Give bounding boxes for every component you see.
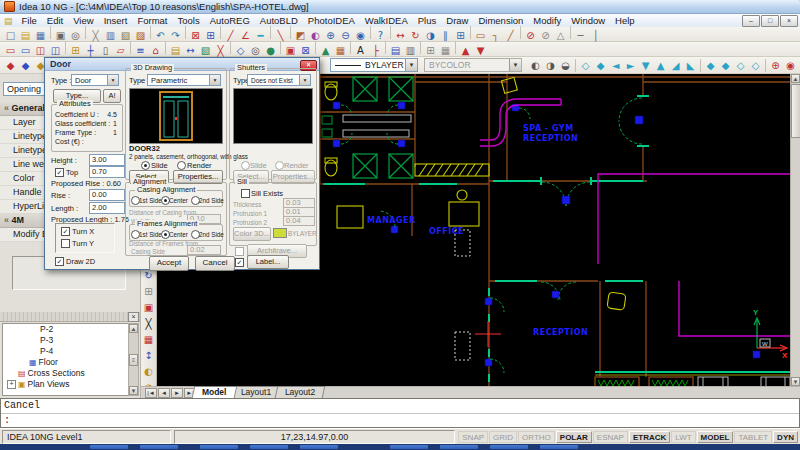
drawing3d-type-select[interactable]: Parametric▼ bbox=[147, 74, 221, 86]
move-entity-icon[interactable]: ↔ bbox=[183, 43, 198, 58]
fillet-icon[interactable]: ┐ bbox=[488, 28, 503, 43]
arrow-up-icon[interactable]: ▲ bbox=[458, 43, 473, 58]
minimize-button[interactable]: – bbox=[742, 15, 760, 27]
library-icon[interactable]: ▣ bbox=[283, 43, 298, 58]
wall-tool-icon[interactable]: ▭ bbox=[3, 43, 18, 58]
modify-entity-icon[interactable]: ▧ bbox=[198, 43, 213, 58]
triangle-tool-icon[interactable]: △ bbox=[553, 28, 568, 43]
door-tool-icon[interactable]: ◫ bbox=[48, 43, 63, 58]
furniture-tool-icon[interactable]: ▦ bbox=[333, 43, 348, 58]
tree-scrollbar[interactable]: ▲ ≡ ▼ bbox=[128, 323, 139, 396]
color-select[interactable]: BYCOLOR▼ bbox=[424, 58, 522, 72]
shutters-type-select[interactable]: Does not Exist▼ bbox=[247, 74, 311, 86]
tab-model[interactable]: Model bbox=[192, 386, 237, 398]
wall-double-icon[interactable]: ▭ bbox=[18, 43, 33, 58]
sill-exists-checkbox[interactable] bbox=[241, 189, 250, 198]
no-entry-a-icon[interactable]: ⊘ bbox=[523, 28, 538, 43]
close-button[interactable]: × bbox=[780, 15, 798, 27]
top-checkbox[interactable] bbox=[55, 168, 64, 177]
column-tool-icon[interactable]: ▯ bbox=[98, 43, 113, 58]
side-tools-icon[interactable]: ▣ bbox=[141, 300, 156, 315]
side-scale-icon[interactable]: ⊞ bbox=[141, 284, 156, 299]
linetype-select[interactable]: BYLAYER▼ bbox=[330, 58, 418, 72]
sun-study-icon[interactable]: ◐ bbox=[528, 58, 543, 73]
cancel-button[interactable]: Cancel bbox=[195, 256, 235, 271]
tab-scroll-icon-1[interactable]: ◄ bbox=[158, 388, 170, 398]
restore-button[interactable]: □ bbox=[761, 15, 779, 27]
properties-tool-icon[interactable]: ▥ bbox=[403, 43, 418, 58]
expander-icon[interactable]: + bbox=[7, 380, 16, 389]
no-entry-b-icon[interactable]: ⊘ bbox=[538, 28, 553, 43]
view-top-icon[interactable]: ◇ bbox=[578, 58, 593, 73]
roof-tool-icon[interactable]: ⌂ bbox=[148, 43, 163, 58]
door-type-select[interactable]: Door▼ bbox=[71, 74, 119, 86]
side-levels-icon[interactable]: ↕ bbox=[141, 348, 156, 363]
side-hatch-icon[interactable]: ▦ bbox=[141, 332, 156, 347]
side-sphere-a-icon[interactable]: ◐ bbox=[141, 364, 156, 379]
tab-layout2[interactable]: Layout2 bbox=[275, 386, 326, 398]
plant-tool-icon[interactable]: ▲ bbox=[318, 43, 333, 58]
tree-item-p-4[interactable]: P-4 bbox=[3, 346, 128, 357]
roof-red-icon[interactable]: ◆ bbox=[3, 58, 18, 73]
status-toggle-grid[interactable]: GRID bbox=[489, 431, 517, 443]
dimension-style-icon[interactable]: ├ bbox=[368, 43, 383, 58]
slab-tool-icon[interactable]: ▱ bbox=[113, 43, 128, 58]
vscroll-thumb[interactable] bbox=[791, 84, 800, 138]
view-left-icon[interactable]: ◄ bbox=[608, 58, 623, 73]
scroll-up-icon[interactable]: ▲ bbox=[129, 324, 138, 333]
view-right-icon[interactable]: ► bbox=[623, 58, 638, 73]
orbit-free-icon[interactable]: ◆ bbox=[703, 58, 718, 73]
command-line-panel[interactable]: Cancel : bbox=[0, 398, 800, 428]
top-field[interactable]: 0.70 bbox=[89, 166, 125, 178]
status-toggle-esnap[interactable]: ESNAP bbox=[593, 431, 628, 443]
length-field[interactable]: 2.00 bbox=[89, 202, 125, 214]
layer-manager-icon[interactable]: ▤ bbox=[388, 43, 403, 58]
axis-tool-icon[interactable]: ┼ bbox=[83, 43, 98, 58]
status-toggle-model[interactable]: MODEL bbox=[697, 431, 734, 443]
view-sw-iso-icon[interactable]: ◢ bbox=[668, 58, 683, 73]
zoom-window2-icon[interactable]: ⊕ bbox=[768, 58, 783, 73]
view-se-iso-icon[interactable]: ◣ bbox=[683, 58, 698, 73]
tree-close-icon[interactable]: × bbox=[128, 312, 139, 322]
orbit-y-icon[interactable]: ◇ bbox=[733, 58, 748, 73]
view-3d-icon[interactable]: ◇ bbox=[233, 43, 248, 58]
view-bottom-icon[interactable]: ◆ bbox=[593, 58, 608, 73]
text-style-icon[interactable]: A bbox=[353, 43, 368, 58]
tree-item-floor[interactable]: ▦Floor bbox=[3, 357, 128, 368]
rise-field[interactable]: 0.00 bbox=[89, 189, 125, 201]
view-front-icon[interactable]: ▼ bbox=[638, 58, 653, 73]
tree-item-p-2[interactable]: P-2 bbox=[3, 324, 128, 335]
block-tool-icon[interactable]: ⊠ bbox=[298, 43, 313, 58]
status-toggle-dyn[interactable]: DYN bbox=[773, 431, 798, 443]
orbit-x-icon[interactable]: ◆ bbox=[718, 58, 733, 73]
zoom-dynamic-icon[interactable]: ◉ bbox=[783, 58, 798, 73]
tab-scroll-icon-2[interactable]: ► bbox=[171, 388, 183, 398]
render-radio[interactable] bbox=[177, 161, 186, 170]
grip-vertical-icon[interactable]: │ bbox=[588, 28, 603, 43]
status-toggle-snap[interactable]: SNAP bbox=[458, 431, 488, 443]
status-toggle-ortho[interactable]: ORTHO bbox=[518, 431, 555, 443]
command-prompt[interactable]: : bbox=[1, 414, 799, 428]
architrave-checkbox[interactable] bbox=[235, 247, 244, 256]
slide-radio[interactable] bbox=[141, 161, 150, 170]
table-tool-icon[interactable]: ▦ bbox=[438, 43, 453, 58]
arrow-down-icon[interactable]: ▼ bbox=[473, 43, 488, 58]
erase-entity-icon[interactable]: ╳ bbox=[213, 43, 228, 58]
tab-layout1[interactable]: Layout1 bbox=[230, 386, 281, 398]
camera-icon[interactable]: ◎ bbox=[248, 43, 263, 58]
tree-item-plan-views[interactable]: +▣Plan Views bbox=[3, 379, 128, 390]
status-toggle-tablet[interactable]: TABLET bbox=[734, 431, 772, 443]
label-checkbox[interactable] bbox=[235, 258, 244, 267]
scroll-down-icon[interactable]: ▼ bbox=[791, 377, 800, 386]
tree-item-cross-sections[interactable]: ▤Cross Sections bbox=[3, 368, 128, 379]
tree-scroll-thumb[interactable]: ≡ bbox=[129, 354, 138, 366]
orbit-z-icon[interactable]: ◇ bbox=[748, 58, 763, 73]
scroll-down-icon[interactable]: ▼ bbox=[129, 386, 138, 395]
draw-2d-checkbox[interactable] bbox=[55, 257, 64, 266]
accept-button[interactable]: Accept bbox=[149, 256, 189, 271]
chamfer-icon[interactable]: ╱ bbox=[503, 28, 518, 43]
view-back-icon[interactable]: ▲ bbox=[653, 58, 668, 73]
menu-help[interactable]: Help bbox=[610, 14, 640, 27]
side-erase-icon[interactable]: ╳ bbox=[141, 316, 156, 331]
roof-blue-icon[interactable]: ◆ bbox=[18, 58, 33, 73]
